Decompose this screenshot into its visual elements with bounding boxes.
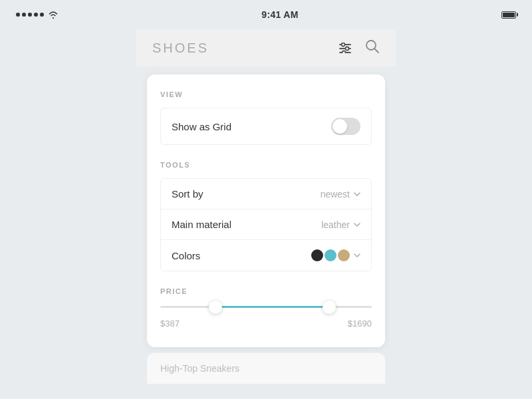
color-swatches — [311, 249, 350, 261]
sort-by-row[interactable]: Sort by newest — [161, 179, 371, 209]
color-swatch-teal — [325, 249, 336, 261]
wifi-icon — [48, 11, 59, 19]
grid-toggle-row[interactable]: Show as Grid — [160, 108, 372, 145]
chevron-down-icon — [354, 253, 360, 257]
main-material-value: leather — [321, 219, 360, 230]
price-min-label: $387 — [160, 319, 180, 329]
svg-point-3 — [346, 47, 349, 51]
sort-by-label: Sort by — [172, 188, 203, 200]
status-time: 9:41 AM — [261, 9, 298, 20]
price-section: PRICE $387 $1690 — [160, 287, 372, 329]
signal-icon — [16, 13, 44, 17]
view-section-label: VIEW — [160, 90, 372, 98]
price-max-label: $1690 — [348, 319, 372, 329]
svg-point-1 — [342, 43, 345, 47]
bottom-peek[interactable]: High-Top Sneakers — [147, 352, 385, 384]
svg-line-7 — [375, 49, 379, 53]
colors-label: Colors — [172, 250, 200, 261]
price-slider-track — [160, 306, 372, 308]
colors-value — [311, 249, 360, 261]
search-icon — [365, 39, 380, 54]
header-icons — [338, 39, 380, 57]
peek-title: High-Top Sneakers — [160, 363, 239, 374]
svg-point-5 — [342, 51, 346, 54]
view-section: VIEW Show as Grid — [160, 90, 372, 145]
color-swatch-dark — [311, 249, 323, 261]
price-labels: $387 $1690 — [160, 319, 372, 329]
price-max-thumb[interactable] — [323, 301, 336, 314]
tool-rows: Sort by newest Main material leather — [160, 178, 372, 271]
app-title: SHOES — [152, 41, 209, 56]
tools-section-label: TOOLS — [160, 161, 372, 169]
sort-by-value: newest — [321, 189, 360, 200]
chevron-down-icon — [354, 223, 360, 227]
price-slider-fill — [215, 306, 330, 308]
status-bar: 9:41 AM — [0, 0, 532, 29]
battery-icon — [501, 11, 516, 19]
search-button[interactable] — [365, 39, 380, 57]
colors-row[interactable]: Colors — [161, 240, 371, 271]
toggle-knob — [332, 119, 347, 134]
price-slider-container: $387 $1690 — [160, 306, 372, 329]
status-right — [501, 11, 516, 19]
price-min-thumb[interactable] — [209, 301, 222, 314]
grid-toggle[interactable] — [331, 118, 360, 135]
app-header: SHOES — [136, 29, 396, 66]
tools-section: TOOLS Sort by newest Main material — [160, 161, 372, 271]
main-material-row[interactable]: Main material leather — [161, 209, 371, 240]
color-swatch-tan — [338, 249, 350, 261]
chevron-down-icon — [354, 192, 360, 196]
status-left — [16, 11, 59, 19]
app-container: SHOES — [136, 29, 396, 399]
grid-toggle-label: Show as Grid — [172, 121, 231, 132]
filter-panel: VIEW Show as Grid TOOLS Sort by newest — [147, 74, 385, 347]
main-material-label: Main material — [172, 219, 231, 230]
filter-icon[interactable] — [338, 43, 352, 53]
price-section-label: PRICE — [160, 287, 372, 295]
